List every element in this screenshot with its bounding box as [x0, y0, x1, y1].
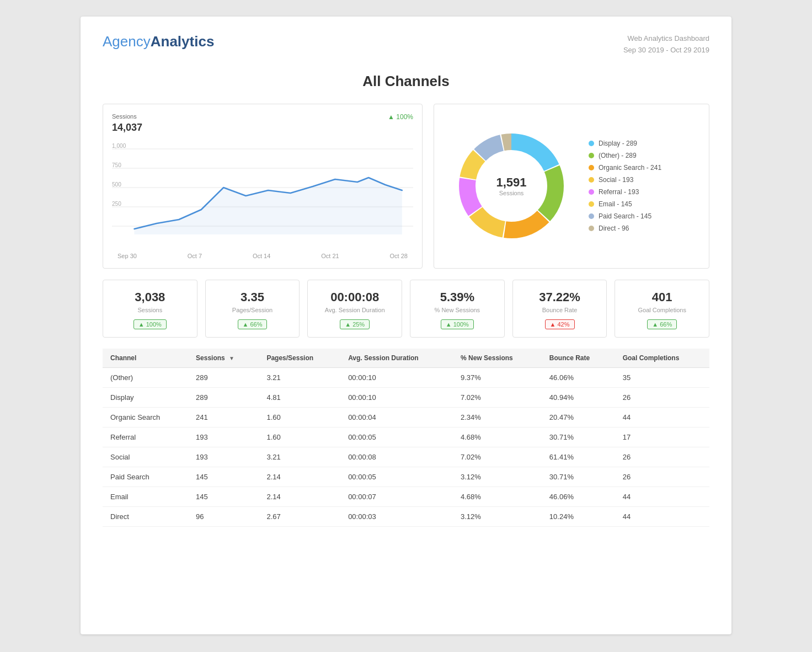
cell-bounce-rate: 61.41%	[542, 447, 615, 467]
legend-item: Paid Search - 145	[589, 212, 661, 220]
cell-new-sessions: 9.37%	[453, 367, 542, 387]
svg-text:500: 500	[112, 181, 121, 188]
legend-dot	[589, 189, 594, 195]
metric-value: 37.22%	[521, 290, 599, 304]
legend-dot	[589, 177, 594, 183]
line-chart-svg: 1,000 750 500 250	[112, 138, 413, 248]
cell-pages-session: 2.14	[259, 487, 340, 506]
metric-value: 401	[623, 290, 701, 304]
table-body: (Other) 289 3.21 00:00:10 9.37% 46.06% 3…	[103, 367, 709, 526]
legend-item: Organic Search - 241	[589, 164, 661, 172]
metric-badge: ▲ 25%	[340, 319, 370, 329]
metric-badge: ▲ 100%	[133, 319, 167, 329]
donut-chart-container: 1,591 Sessions Display - 289(Other) - 28…	[434, 104, 709, 269]
metric-label: Bounce Rate	[521, 307, 599, 313]
legend-item: Direct - 96	[589, 225, 661, 232]
legend-dot	[589, 153, 594, 158]
dashboard-title: Web Analytics Dashboard	[623, 33, 709, 45]
cell-channel: Referral	[103, 427, 188, 447]
cell-channel: Social	[103, 447, 188, 467]
cell-new-sessions: 7.02%	[453, 447, 542, 467]
table-row: Email 145 2.14 00:00:07 4.68% 46.06% 44	[103, 487, 709, 506]
table-row: Social 193 3.21 00:00:08 7.02% 61.41% 26	[103, 447, 709, 467]
cell-sessions: 289	[188, 387, 259, 407]
donut-center-text: 1,591 Sessions	[496, 175, 526, 196]
cell-avg-duration: 00:00:05	[340, 427, 453, 447]
cell-sessions: 145	[188, 487, 259, 506]
svg-text:750: 750	[112, 162, 121, 168]
cell-avg-duration: 00:00:03	[340, 506, 453, 526]
cell-bounce-rate: 40.94%	[542, 387, 615, 407]
table-row: Organic Search 241 1.60 00:00:04 2.34% 2…	[103, 407, 709, 427]
cell-goal-completions: 17	[615, 427, 709, 447]
th-avg-duration: Avg. Session Duration	[340, 349, 453, 368]
table-header-row: Channel Sessions ▼ Pages/Session Avg. Se…	[103, 349, 709, 368]
logo: AgencyAnalytics	[103, 33, 214, 50]
legend-label: Paid Search - 145	[599, 212, 651, 220]
legend-dot	[589, 201, 594, 207]
header-right: Web Analytics Dashboard Sep 30 2019 - Oc…	[623, 33, 709, 56]
metrics-row: 3,038 Sessions ▲ 100% 3.35 Pages/Session…	[103, 280, 709, 338]
cell-pages-session: 3.21	[259, 447, 340, 467]
th-new-sessions: % New Sessions	[453, 349, 542, 368]
cell-avg-duration: 00:00:10	[340, 387, 453, 407]
cell-new-sessions: 4.68%	[453, 427, 542, 447]
cell-avg-duration: 00:00:08	[340, 447, 453, 467]
cell-pages-session: 1.60	[259, 427, 340, 447]
chart-sessions-label: Sessions	[112, 113, 413, 120]
cell-channel: Direct	[103, 506, 188, 526]
metric-card: 401 Goal Completions ▲ 66%	[615, 280, 709, 338]
cell-bounce-rate: 46.06%	[542, 487, 615, 506]
header: AgencyAnalytics Web Analytics Dashboard …	[103, 33, 709, 56]
legend-label: Direct - 96	[599, 225, 629, 232]
table-row: Direct 96 2.67 00:00:03 3.12% 10.24% 44	[103, 506, 709, 526]
cell-new-sessions: 7.02%	[453, 387, 542, 407]
cell-pages-session: 2.14	[259, 467, 340, 487]
legend-dot	[589, 165, 594, 170]
legend-label: Referral - 193	[599, 188, 639, 196]
legend-label: Organic Search - 241	[599, 164, 661, 172]
cell-new-sessions: 3.12%	[453, 506, 542, 526]
legend-dot	[589, 141, 594, 146]
legend-item: Display - 289	[589, 140, 661, 147]
data-table: Channel Sessions ▼ Pages/Session Avg. Se…	[103, 349, 709, 527]
legend-item: (Other) - 289	[589, 152, 661, 159]
cell-goal-completions: 26	[615, 447, 709, 467]
metric-value: 5.39%	[418, 290, 496, 304]
cell-channel: Paid Search	[103, 467, 188, 487]
metric-value: 3.35	[213, 290, 292, 304]
legend-label: Display - 289	[599, 140, 637, 147]
legend-label: Email - 145	[599, 200, 632, 208]
cell-channel: Organic Search	[103, 407, 188, 427]
donut-center-label: Sessions	[496, 190, 526, 196]
cell-sessions: 96	[188, 506, 259, 526]
cell-pages-session: 4.81	[259, 387, 340, 407]
legend-dot	[589, 226, 594, 231]
sort-icon: ▼	[229, 355, 234, 361]
cell-goal-completions: 26	[615, 387, 709, 407]
cell-pages-session: 2.67	[259, 506, 340, 526]
metric-value: 3,038	[111, 290, 189, 304]
metric-card: 3,038 Sessions ▲ 100%	[103, 280, 197, 338]
metric-value: 00:00:08	[316, 290, 394, 304]
metric-label: Goal Completions	[623, 307, 701, 313]
chart-percent-badge: ▲ 100%	[388, 113, 413, 121]
cell-pages-session: 3.21	[259, 367, 340, 387]
cell-sessions: 289	[188, 367, 259, 387]
table-row: (Other) 289 3.21 00:00:10 9.37% 46.06% 3…	[103, 367, 709, 387]
cell-bounce-rate: 30.71%	[542, 467, 615, 487]
donut-legend: Display - 289(Other) - 289Organic Search…	[589, 140, 661, 232]
metric-card: 00:00:08 Avg. Session Duration ▲ 25%	[307, 280, 402, 338]
cell-sessions: 241	[188, 407, 259, 427]
th-pages-session: Pages/Session	[259, 349, 340, 368]
cell-channel: Email	[103, 487, 188, 506]
cell-bounce-rate: 10.24%	[542, 506, 615, 526]
cell-new-sessions: 2.34%	[453, 407, 542, 427]
cell-new-sessions: 3.12%	[453, 467, 542, 487]
svg-text:250: 250	[112, 201, 121, 207]
metric-label: % New Sessions	[418, 307, 496, 313]
cell-avg-duration: 00:00:10	[340, 367, 453, 387]
cell-channel: (Other)	[103, 367, 188, 387]
th-bounce-rate: Bounce Rate	[542, 349, 615, 368]
th-sessions[interactable]: Sessions ▼	[188, 349, 259, 368]
